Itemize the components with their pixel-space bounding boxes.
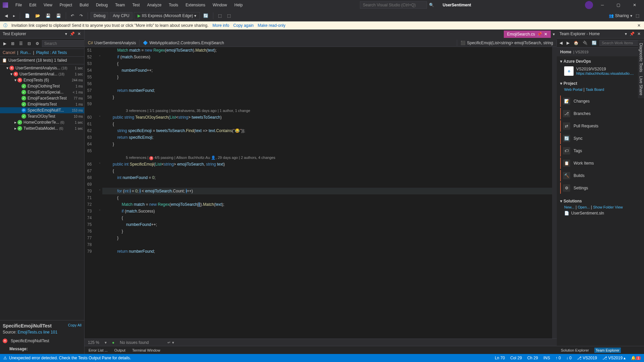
test-root-row[interactable]: 📋 UserSentiment (18 tests) 1 failed: [0, 57, 84, 64]
playlist-action[interactable]: Playlist : All Tests: [36, 50, 67, 55]
insert-mode[interactable]: INS: [543, 356, 550, 360]
test-row[interactable]: ▾ ✕ UserSentimentAnal...(18) 1 sec: [0, 71, 84, 77]
solution-file[interactable]: 📄 UserSentiment.sln: [560, 209, 641, 217]
status-error-text[interactable]: Unexpected error detected. Check the Tes…: [9, 356, 131, 360]
notifications[interactable]: 🔔1: [631, 356, 641, 360]
connect-icon[interactable]: 🔌: [581, 40, 589, 46]
open-icon[interactable]: 📂: [33, 12, 42, 19]
sync-up[interactable]: ↑ 0: [555, 356, 561, 360]
vertical-scrollbar[interactable]: [552, 47, 557, 339]
platform-dropdown[interactable]: Any CPU: [110, 12, 132, 19]
menu-build[interactable]: Build: [76, 1, 92, 9]
tile-branches[interactable]: ⎇Branches: [560, 108, 641, 119]
solutions-section[interactable]: ▾ Solutions: [560, 197, 641, 205]
tile-pull-requests[interactable]: ⇄Pull Requests: [560, 120, 641, 132]
search-icon[interactable]: 🔍: [427, 1, 436, 9]
nav-back-icon[interactable]: ◀: [3, 12, 10, 19]
dropdown-icon[interactable]: ▾: [624, 31, 628, 37]
open-sln-link[interactable]: Open...: [578, 205, 590, 209]
test-row[interactable]: ✓ TearsOfJoyTest 10 ms: [0, 113, 84, 119]
list-icon[interactable]: ☰: [17, 40, 25, 47]
config-dropdown[interactable]: Debug: [91, 12, 108, 19]
test-row[interactable]: ▸ ✓ HomeControllerTe...(6) 1 sec: [0, 119, 84, 125]
settings-icon[interactable]: ⚙: [34, 40, 41, 47]
azure-project-name[interactable]: VS2019/VS2019: [576, 67, 634, 71]
project-section[interactable]: ▾ Project: [560, 80, 641, 87]
undo-icon[interactable]: ↶: [69, 12, 76, 19]
minimize-button[interactable]: ─: [596, 1, 609, 9]
output-tab[interactable]: Output: [113, 348, 127, 353]
editor-tab-active[interactable]: EmojiSearch.cs 📌 ✕: [504, 31, 551, 38]
sync-down[interactable]: ↓ 0: [566, 356, 572, 360]
back-icon[interactable]: ◀: [558, 40, 564, 46]
copy-again-link[interactable]: Copy again: [233, 23, 254, 28]
live-share-tab[interactable]: Live Share: [639, 76, 643, 95]
line-number[interactable]: Ln 70: [495, 356, 505, 360]
new-project-icon[interactable]: 📄: [23, 12, 32, 19]
tile-tags[interactable]: 🏷Tags: [560, 145, 641, 157]
diagnostic-tools-tab[interactable]: Diagnostic Tools: [639, 43, 643, 72]
menu-analyze[interactable]: Analyze: [144, 1, 165, 9]
menu-tools[interactable]: Tools: [165, 1, 181, 9]
test-row[interactable]: ✓ EmojiFaceSearchTest 77 ms: [0, 95, 84, 101]
more-info-link[interactable]: More info: [213, 23, 229, 28]
group-icon[interactable]: ⊞: [9, 40, 16, 47]
web-portal-link[interactable]: Web Portal: [564, 87, 582, 92]
user-avatar-icon[interactable]: [585, 1, 593, 9]
tab-dropdown-icon[interactable]: ▾: [551, 31, 557, 38]
nav-forward-icon[interactable]: ▸: [11, 12, 17, 19]
redo-icon[interactable]: ↷: [77, 12, 85, 19]
global-search-input[interactable]: [360, 1, 427, 9]
branch-2[interactable]: ⎇ VS2019 ▴: [602, 356, 626, 360]
source-link[interactable]: EmojiTests.cs line 101: [17, 330, 57, 335]
save-icon[interactable]: 💾: [44, 12, 53, 19]
cancel-action[interactable]: Cancel: [3, 50, 15, 55]
tile-settings[interactable]: ⚙Settings: [560, 182, 641, 194]
close-panel-icon[interactable]: ✕: [77, 31, 82, 37]
branch-1[interactable]: ⎇ VS2019: [577, 356, 597, 360]
home-icon[interactable]: 🏠: [572, 40, 580, 46]
menu-project[interactable]: Project: [56, 1, 75, 9]
tile-work-items[interactable]: 📋Work Items: [560, 158, 641, 169]
run-all-icon[interactable]: ▶: [1, 40, 8, 47]
menu-help[interactable]: Help: [231, 1, 246, 9]
pin-icon[interactable]: 📌: [69, 31, 75, 37]
home-header[interactable]: Home | VS2019 ▾: [557, 48, 644, 56]
test-row[interactable]: ✓ EmojiExtraSpecial... < 1 ms: [0, 89, 84, 95]
char-number[interactable]: Ch 29: [527, 356, 538, 360]
breadcrumb-method[interactable]: ⬛SpecificEmoji(List<string> emojiToSearc…: [457, 40, 557, 46]
maximize-button[interactable]: ▢: [612, 1, 625, 9]
test-row[interactable]: ✓ EmojiClothingTest 1 ms: [0, 83, 84, 89]
team-explorer-tab[interactable]: Team Explorer: [594, 348, 621, 353]
run-button[interactable]: ▶ IIS Express (Microsoft Edge) ▾: [134, 12, 200, 19]
menu-test[interactable]: Test: [129, 1, 143, 9]
tab-pin-icon[interactable]: 📌: [537, 32, 542, 37]
azure-devops-section[interactable]: ▾ Azure DevOps: [560, 58, 641, 65]
tile-changes[interactable]: 📝Changes: [560, 96, 641, 107]
menu-team[interactable]: Team: [112, 1, 128, 9]
make-readonly-link[interactable]: Make read-only: [258, 23, 285, 28]
menu-file[interactable]: File: [12, 1, 25, 9]
save-all-icon[interactable]: 💾: [54, 12, 63, 19]
copy-all-link[interactable]: Copy All: [68, 323, 82, 327]
col-number[interactable]: Col 29: [510, 356, 522, 360]
error-list-tab[interactable]: Error List ...: [87, 348, 109, 353]
folder-view-link[interactable]: Show Folder View: [593, 205, 623, 209]
work-items-search[interactable]: [599, 40, 644, 46]
close-panel-icon[interactable]: ✕: [637, 31, 641, 37]
breadcrumb-project[interactable]: C#UserSentimentAnalysis: [85, 40, 140, 46]
refresh-icon[interactable]: 🔄: [201, 12, 210, 19]
test-row[interactable]: ▾ ✕ UserSentimentAnalysis...(18) 1 sec: [0, 65, 84, 71]
menu-view[interactable]: View: [40, 1, 56, 9]
solution-explorer-tab[interactable]: Solution Explorer: [559, 348, 590, 353]
hierarchy-icon[interactable]: ⊟: [25, 40, 33, 47]
tile-builds[interactable]: 🔨Builds: [560, 170, 641, 181]
run-action[interactable]: Run...: [20, 50, 31, 55]
terminal-tab[interactable]: Terminal Window: [131, 348, 162, 353]
dropdown-icon[interactable]: ▾: [64, 31, 68, 37]
test-row[interactable]: ⟳ SpecificEmojiNullT... 153 ms: [0, 107, 84, 113]
menu-edit[interactable]: Edit: [26, 1, 40, 9]
code-editor[interactable]: 51525354555657585960616263646566676869💡7…: [85, 47, 557, 339]
step-over-icon[interactable]: ⬚: [225, 12, 233, 19]
new-sln-link[interactable]: New...: [564, 205, 575, 209]
